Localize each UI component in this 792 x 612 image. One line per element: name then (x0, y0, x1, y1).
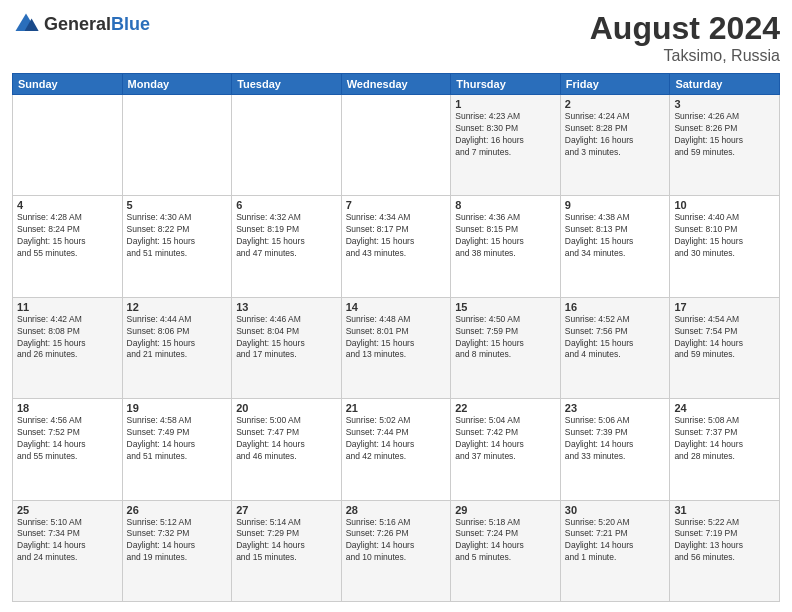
day-number: 30 (565, 504, 666, 516)
calendar-cell: 19Sunrise: 4:58 AMSunset: 7:49 PMDayligh… (122, 399, 232, 500)
calendar-cell (341, 95, 451, 196)
day-info: Sunrise: 4:40 AMSunset: 8:10 PMDaylight:… (674, 212, 775, 260)
day-info: Sunrise: 5:04 AMSunset: 7:42 PMDaylight:… (455, 415, 556, 463)
day-info: Sunrise: 4:30 AMSunset: 8:22 PMDaylight:… (127, 212, 228, 260)
calendar-cell (13, 95, 123, 196)
logo: GeneralBlue (12, 10, 150, 38)
day-info: Sunrise: 5:12 AMSunset: 7:32 PMDaylight:… (127, 517, 228, 565)
calendar-cell: 13Sunrise: 4:46 AMSunset: 8:04 PMDayligh… (232, 297, 342, 398)
day-info: Sunrise: 4:50 AMSunset: 7:59 PMDaylight:… (455, 314, 556, 362)
day-info: Sunrise: 4:26 AMSunset: 8:26 PMDaylight:… (674, 111, 775, 159)
calendar-cell: 15Sunrise: 4:50 AMSunset: 7:59 PMDayligh… (451, 297, 561, 398)
calendar-cell: 22Sunrise: 5:04 AMSunset: 7:42 PMDayligh… (451, 399, 561, 500)
day-number: 21 (346, 402, 447, 414)
calendar-cell: 14Sunrise: 4:48 AMSunset: 8:01 PMDayligh… (341, 297, 451, 398)
day-info: Sunrise: 5:02 AMSunset: 7:44 PMDaylight:… (346, 415, 447, 463)
calendar-week-row: 1Sunrise: 4:23 AMSunset: 8:30 PMDaylight… (13, 95, 780, 196)
day-number: 2 (565, 98, 666, 110)
calendar-cell: 27Sunrise: 5:14 AMSunset: 7:29 PMDayligh… (232, 500, 342, 601)
day-number: 16 (565, 301, 666, 313)
day-number: 1 (455, 98, 556, 110)
calendar-cell: 5Sunrise: 4:30 AMSunset: 8:22 PMDaylight… (122, 196, 232, 297)
day-number: 24 (674, 402, 775, 414)
calendar-week-row: 11Sunrise: 4:42 AMSunset: 8:08 PMDayligh… (13, 297, 780, 398)
weekday-header-row: SundayMondayTuesdayWednesdayThursdayFrid… (13, 74, 780, 95)
day-info: Sunrise: 4:56 AMSunset: 7:52 PMDaylight:… (17, 415, 118, 463)
calendar-cell: 25Sunrise: 5:10 AMSunset: 7:34 PMDayligh… (13, 500, 123, 601)
calendar-cell (122, 95, 232, 196)
day-info: Sunrise: 4:58 AMSunset: 7:49 PMDaylight:… (127, 415, 228, 463)
weekday-header-tuesday: Tuesday (232, 74, 342, 95)
calendar-week-row: 25Sunrise: 5:10 AMSunset: 7:34 PMDayligh… (13, 500, 780, 601)
calendar-cell: 24Sunrise: 5:08 AMSunset: 7:37 PMDayligh… (670, 399, 780, 500)
weekday-header-saturday: Saturday (670, 74, 780, 95)
day-number: 26 (127, 504, 228, 516)
calendar-cell: 6Sunrise: 4:32 AMSunset: 8:19 PMDaylight… (232, 196, 342, 297)
day-info: Sunrise: 5:10 AMSunset: 7:34 PMDaylight:… (17, 517, 118, 565)
day-number: 31 (674, 504, 775, 516)
day-info: Sunrise: 4:52 AMSunset: 7:56 PMDaylight:… (565, 314, 666, 362)
day-info: Sunrise: 4:36 AMSunset: 8:15 PMDaylight:… (455, 212, 556, 260)
day-info: Sunrise: 4:23 AMSunset: 8:30 PMDaylight:… (455, 111, 556, 159)
day-info: Sunrise: 5:08 AMSunset: 7:37 PMDaylight:… (674, 415, 775, 463)
day-info: Sunrise: 5:16 AMSunset: 7:26 PMDaylight:… (346, 517, 447, 565)
day-info: Sunrise: 4:44 AMSunset: 8:06 PMDaylight:… (127, 314, 228, 362)
calendar-cell: 18Sunrise: 4:56 AMSunset: 7:52 PMDayligh… (13, 399, 123, 500)
calendar-cell: 11Sunrise: 4:42 AMSunset: 8:08 PMDayligh… (13, 297, 123, 398)
day-number: 3 (674, 98, 775, 110)
day-info: Sunrise: 5:00 AMSunset: 7:47 PMDaylight:… (236, 415, 337, 463)
day-info: Sunrise: 4:28 AMSunset: 8:24 PMDaylight:… (17, 212, 118, 260)
day-info: Sunrise: 4:34 AMSunset: 8:17 PMDaylight:… (346, 212, 447, 260)
day-number: 12 (127, 301, 228, 313)
calendar-cell: 20Sunrise: 5:00 AMSunset: 7:47 PMDayligh… (232, 399, 342, 500)
weekday-header-friday: Friday (560, 74, 670, 95)
day-number: 11 (17, 301, 118, 313)
calendar-cell: 8Sunrise: 4:36 AMSunset: 8:15 PMDaylight… (451, 196, 561, 297)
calendar-cell: 31Sunrise: 5:22 AMSunset: 7:19 PMDayligh… (670, 500, 780, 601)
calendar-cell (232, 95, 342, 196)
day-info: Sunrise: 5:14 AMSunset: 7:29 PMDaylight:… (236, 517, 337, 565)
weekday-header-monday: Monday (122, 74, 232, 95)
day-info: Sunrise: 5:20 AMSunset: 7:21 PMDaylight:… (565, 517, 666, 565)
day-number: 9 (565, 199, 666, 211)
calendar-cell: 12Sunrise: 4:44 AMSunset: 8:06 PMDayligh… (122, 297, 232, 398)
calendar-week-row: 18Sunrise: 4:56 AMSunset: 7:52 PMDayligh… (13, 399, 780, 500)
month-year: August 2024 (590, 10, 780, 47)
calendar-cell: 7Sunrise: 4:34 AMSunset: 8:17 PMDaylight… (341, 196, 451, 297)
calendar-cell: 16Sunrise: 4:52 AMSunset: 7:56 PMDayligh… (560, 297, 670, 398)
day-number: 29 (455, 504, 556, 516)
day-number: 19 (127, 402, 228, 414)
day-info: Sunrise: 4:32 AMSunset: 8:19 PMDaylight:… (236, 212, 337, 260)
day-number: 23 (565, 402, 666, 414)
calendar-table: SundayMondayTuesdayWednesdayThursdayFrid… (12, 73, 780, 602)
title-block: August 2024 Taksimo, Russia (590, 10, 780, 65)
calendar-body: 1Sunrise: 4:23 AMSunset: 8:30 PMDaylight… (13, 95, 780, 602)
logo-icon (12, 10, 40, 38)
day-number: 22 (455, 402, 556, 414)
weekday-header-sunday: Sunday (13, 74, 123, 95)
day-info: Sunrise: 4:42 AMSunset: 8:08 PMDaylight:… (17, 314, 118, 362)
day-number: 6 (236, 199, 337, 211)
weekday-header-wednesday: Wednesday (341, 74, 451, 95)
day-info: Sunrise: 5:06 AMSunset: 7:39 PMDaylight:… (565, 415, 666, 463)
calendar-cell: 29Sunrise: 5:18 AMSunset: 7:24 PMDayligh… (451, 500, 561, 601)
calendar-cell: 23Sunrise: 5:06 AMSunset: 7:39 PMDayligh… (560, 399, 670, 500)
day-number: 27 (236, 504, 337, 516)
calendar-cell: 26Sunrise: 5:12 AMSunset: 7:32 PMDayligh… (122, 500, 232, 601)
day-number: 15 (455, 301, 556, 313)
day-number: 28 (346, 504, 447, 516)
weekday-header-thursday: Thursday (451, 74, 561, 95)
day-number: 13 (236, 301, 337, 313)
day-info: Sunrise: 4:46 AMSunset: 8:04 PMDaylight:… (236, 314, 337, 362)
day-number: 14 (346, 301, 447, 313)
day-number: 8 (455, 199, 556, 211)
page: GeneralBlue August 2024 Taksimo, Russia … (0, 0, 792, 612)
calendar-cell: 21Sunrise: 5:02 AMSunset: 7:44 PMDayligh… (341, 399, 451, 500)
day-info: Sunrise: 4:38 AMSunset: 8:13 PMDaylight:… (565, 212, 666, 260)
calendar-cell: 9Sunrise: 4:38 AMSunset: 8:13 PMDaylight… (560, 196, 670, 297)
logo-general: General (44, 14, 111, 34)
day-info: Sunrise: 5:22 AMSunset: 7:19 PMDaylight:… (674, 517, 775, 565)
calendar-cell: 30Sunrise: 5:20 AMSunset: 7:21 PMDayligh… (560, 500, 670, 601)
day-number: 10 (674, 199, 775, 211)
calendar-cell: 2Sunrise: 4:24 AMSunset: 8:28 PMDaylight… (560, 95, 670, 196)
